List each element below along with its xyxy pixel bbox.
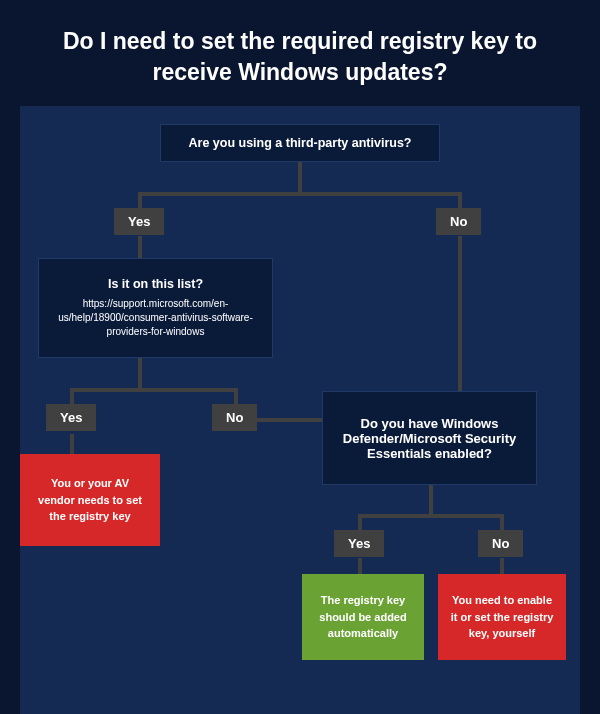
question-on-list-url: https://support.microsoft.com/en-us/help… xyxy=(51,297,260,339)
outcome-av-vendor: You or your AV vendor needs to set the r… xyxy=(20,454,160,546)
flowchart-canvas: Are you using a third-party antivirus? Y… xyxy=(20,106,580,714)
branch-yes-1: Yes xyxy=(114,208,164,235)
connector xyxy=(138,236,142,260)
connector xyxy=(70,434,74,456)
branch-yes-2: Yes xyxy=(46,404,96,431)
branch-yes-3: Yes xyxy=(334,530,384,557)
connector xyxy=(458,236,462,408)
question-defender-enabled: Do you have Windows Defender/Microsoft S… xyxy=(322,391,537,485)
connector xyxy=(298,162,302,192)
connector xyxy=(429,484,433,514)
connector xyxy=(256,418,324,422)
question-third-party-av: Are you using a third-party antivirus? xyxy=(160,124,440,162)
connector xyxy=(138,356,142,388)
branch-no-3: No xyxy=(478,530,523,557)
branch-no-2: No xyxy=(212,404,257,431)
question-on-list: Is it on this list? https://support.micr… xyxy=(38,258,273,358)
page-title: Do I need to set the required registry k… xyxy=(0,0,600,106)
connector xyxy=(358,514,504,518)
outcome-auto-added: The registry key should be added automat… xyxy=(302,574,424,660)
connector xyxy=(138,192,462,196)
outcome-enable-yourself: You need to enable it or set the registr… xyxy=(438,574,566,660)
connector xyxy=(70,388,238,392)
branch-no-1: No xyxy=(436,208,481,235)
question-on-list-main: Is it on this list? xyxy=(108,277,203,291)
